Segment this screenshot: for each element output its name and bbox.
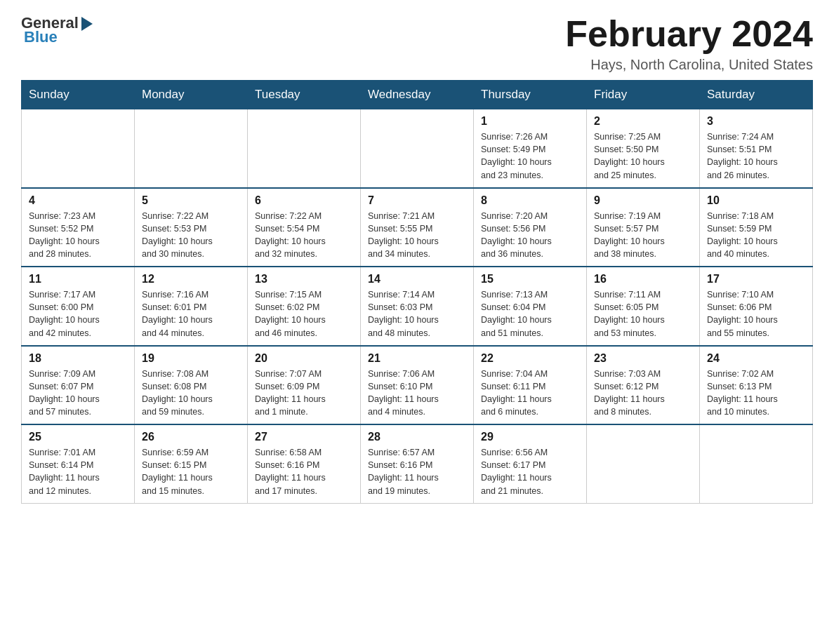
weekday-header-monday: Monday	[135, 81, 248, 109]
day-info: Sunrise: 7:23 AMSunset: 5:52 PMDaylight:…	[29, 210, 127, 261]
day-info: Sunrise: 7:11 AMSunset: 6:05 PMDaylight:…	[594, 288, 692, 340]
day-number: 20	[255, 352, 353, 365]
logo-blue-text: Blue	[22, 28, 58, 46]
calendar-day-cell	[248, 109, 361, 188]
day-info: Sunrise: 6:58 AMSunset: 6:16 PMDaylight:…	[255, 446, 353, 497]
day-info: Sunrise: 7:08 AMSunset: 6:08 PMDaylight:…	[142, 368, 240, 419]
day-info: Sunrise: 7:25 AMSunset: 5:50 PMDaylight:…	[594, 130, 692, 182]
day-number: 6	[255, 194, 353, 207]
day-info: Sunrise: 6:56 AMSunset: 6:17 PMDaylight:…	[481, 446, 579, 497]
day-number: 28	[368, 431, 466, 443]
page-header: General Blue February 2024 Hays, North C…	[21, 14, 813, 73]
day-number: 4	[29, 194, 127, 207]
calendar-week-row: 4Sunrise: 7:23 AMSunset: 5:52 PMDaylight…	[22, 188, 813, 267]
calendar-day-cell: 14Sunrise: 7:14 AMSunset: 6:03 PMDayligh…	[361, 267, 474, 346]
day-info: Sunrise: 7:19 AMSunset: 5:57 PMDaylight:…	[594, 210, 692, 261]
day-info: Sunrise: 6:57 AMSunset: 6:16 PMDaylight:…	[368, 446, 466, 497]
day-info: Sunrise: 7:24 AMSunset: 5:51 PMDaylight:…	[707, 130, 805, 182]
calendar-day-cell: 2Sunrise: 7:25 AMSunset: 5:50 PMDaylight…	[587, 109, 700, 188]
calendar-day-cell: 22Sunrise: 7:04 AMSunset: 6:11 PMDayligh…	[474, 346, 587, 425]
day-info: Sunrise: 6:59 AMSunset: 6:15 PMDaylight:…	[142, 446, 240, 497]
day-info: Sunrise: 7:22 AMSunset: 5:54 PMDaylight:…	[255, 210, 353, 261]
calendar-day-cell	[587, 424, 700, 503]
calendar-day-cell: 12Sunrise: 7:16 AMSunset: 6:01 PMDayligh…	[135, 267, 248, 346]
calendar-day-cell: 24Sunrise: 7:02 AMSunset: 6:13 PMDayligh…	[700, 346, 813, 425]
day-number: 26	[142, 431, 240, 443]
calendar-day-cell: 27Sunrise: 6:58 AMSunset: 6:16 PMDayligh…	[248, 424, 361, 503]
day-number: 25	[29, 431, 127, 443]
day-info: Sunrise: 7:02 AMSunset: 6:13 PMDaylight:…	[707, 368, 805, 419]
calendar-day-cell: 18Sunrise: 7:09 AMSunset: 6:07 PMDayligh…	[22, 346, 135, 425]
calendar-day-cell	[361, 109, 474, 188]
calendar-table: SundayMondayTuesdayWednesdayThursdayFrid…	[21, 80, 813, 504]
day-info: Sunrise: 7:04 AMSunset: 6:11 PMDaylight:…	[481, 368, 579, 419]
day-number: 16	[594, 273, 692, 286]
calendar-day-cell: 5Sunrise: 7:22 AMSunset: 5:53 PMDaylight…	[135, 188, 248, 267]
day-info: Sunrise: 7:20 AMSunset: 5:56 PMDaylight:…	[481, 210, 579, 261]
day-info: Sunrise: 7:21 AMSunset: 5:55 PMDaylight:…	[368, 210, 466, 261]
day-number: 12	[142, 273, 240, 286]
calendar-day-cell: 20Sunrise: 7:07 AMSunset: 6:09 PMDayligh…	[248, 346, 361, 425]
day-info: Sunrise: 7:13 AMSunset: 6:04 PMDaylight:…	[481, 288, 579, 340]
day-info: Sunrise: 7:26 AMSunset: 5:49 PMDaylight:…	[481, 130, 579, 182]
calendar-day-cell: 7Sunrise: 7:21 AMSunset: 5:55 PMDaylight…	[361, 188, 474, 267]
day-number: 17	[707, 273, 805, 286]
day-number: 8	[481, 194, 579, 207]
day-info: Sunrise: 7:03 AMSunset: 6:12 PMDaylight:…	[594, 368, 692, 419]
calendar-week-row: 18Sunrise: 7:09 AMSunset: 6:07 PMDayligh…	[22, 346, 813, 425]
day-number: 1	[481, 115, 579, 128]
calendar-day-cell: 6Sunrise: 7:22 AMSunset: 5:54 PMDaylight…	[248, 188, 361, 267]
day-info: Sunrise: 7:10 AMSunset: 6:06 PMDaylight:…	[707, 288, 805, 340]
day-number: 11	[29, 273, 127, 286]
calendar-day-cell: 26Sunrise: 6:59 AMSunset: 6:15 PMDayligh…	[135, 424, 248, 503]
calendar-day-cell	[135, 109, 248, 188]
weekday-header-wednesday: Wednesday	[361, 81, 474, 109]
calendar-day-cell: 21Sunrise: 7:06 AMSunset: 6:10 PMDayligh…	[361, 346, 474, 425]
day-number: 9	[594, 194, 692, 207]
day-number: 10	[707, 194, 805, 207]
day-info: Sunrise: 7:06 AMSunset: 6:10 PMDaylight:…	[368, 368, 466, 419]
calendar-day-cell: 4Sunrise: 7:23 AMSunset: 5:52 PMDaylight…	[22, 188, 135, 267]
day-number: 13	[255, 273, 353, 286]
calendar-day-cell: 13Sunrise: 7:15 AMSunset: 6:02 PMDayligh…	[248, 267, 361, 346]
calendar-day-cell: 11Sunrise: 7:17 AMSunset: 6:00 PMDayligh…	[22, 267, 135, 346]
calendar-day-cell: 25Sunrise: 7:01 AMSunset: 6:14 PMDayligh…	[22, 424, 135, 503]
day-info: Sunrise: 7:17 AMSunset: 6:00 PMDaylight:…	[29, 288, 127, 340]
day-info: Sunrise: 7:15 AMSunset: 6:02 PMDaylight:…	[255, 288, 353, 340]
weekday-header-friday: Friday	[587, 81, 700, 109]
title-section: February 2024 Hays, North Carolina, Unit…	[565, 14, 813, 73]
day-info: Sunrise: 7:18 AMSunset: 5:59 PMDaylight:…	[707, 210, 805, 261]
logo: General Blue	[21, 14, 93, 46]
day-number: 14	[368, 273, 466, 286]
calendar-day-cell: 8Sunrise: 7:20 AMSunset: 5:56 PMDaylight…	[474, 188, 587, 267]
calendar-day-cell	[700, 424, 813, 503]
weekday-header-saturday: Saturday	[700, 81, 813, 109]
weekday-header-tuesday: Tuesday	[248, 81, 361, 109]
calendar-day-cell: 23Sunrise: 7:03 AMSunset: 6:12 PMDayligh…	[587, 346, 700, 425]
calendar-day-cell: 15Sunrise: 7:13 AMSunset: 6:04 PMDayligh…	[474, 267, 587, 346]
day-info: Sunrise: 7:09 AMSunset: 6:07 PMDaylight:…	[29, 368, 127, 419]
weekday-header-sunday: Sunday	[22, 81, 135, 109]
day-number: 7	[368, 194, 466, 207]
calendar-day-cell: 28Sunrise: 6:57 AMSunset: 6:16 PMDayligh…	[361, 424, 474, 503]
day-number: 18	[29, 352, 127, 365]
calendar-day-cell: 3Sunrise: 7:24 AMSunset: 5:51 PMDaylight…	[700, 109, 813, 188]
calendar-day-cell: 29Sunrise: 6:56 AMSunset: 6:17 PMDayligh…	[474, 424, 587, 503]
day-info: Sunrise: 7:14 AMSunset: 6:03 PMDaylight:…	[368, 288, 466, 340]
day-number: 29	[481, 431, 579, 443]
day-info: Sunrise: 7:01 AMSunset: 6:14 PMDaylight:…	[29, 446, 127, 497]
calendar-week-row: 1Sunrise: 7:26 AMSunset: 5:49 PMDaylight…	[22, 109, 813, 188]
weekday-header-thursday: Thursday	[474, 81, 587, 109]
day-number: 3	[707, 115, 805, 128]
day-info: Sunrise: 7:16 AMSunset: 6:01 PMDaylight:…	[142, 288, 240, 340]
calendar-day-cell: 1Sunrise: 7:26 AMSunset: 5:49 PMDaylight…	[474, 109, 587, 188]
calendar-day-cell: 10Sunrise: 7:18 AMSunset: 5:59 PMDayligh…	[700, 188, 813, 267]
calendar-day-cell: 9Sunrise: 7:19 AMSunset: 5:57 PMDaylight…	[587, 188, 700, 267]
day-number: 27	[255, 431, 353, 443]
location-text: Hays, North Carolina, United States	[565, 57, 813, 73]
calendar-day-cell	[22, 109, 135, 188]
calendar-week-row: 11Sunrise: 7:17 AMSunset: 6:00 PMDayligh…	[22, 267, 813, 346]
day-number: 22	[481, 352, 579, 365]
logo-arrow-icon	[81, 17, 93, 31]
day-number: 23	[594, 352, 692, 365]
